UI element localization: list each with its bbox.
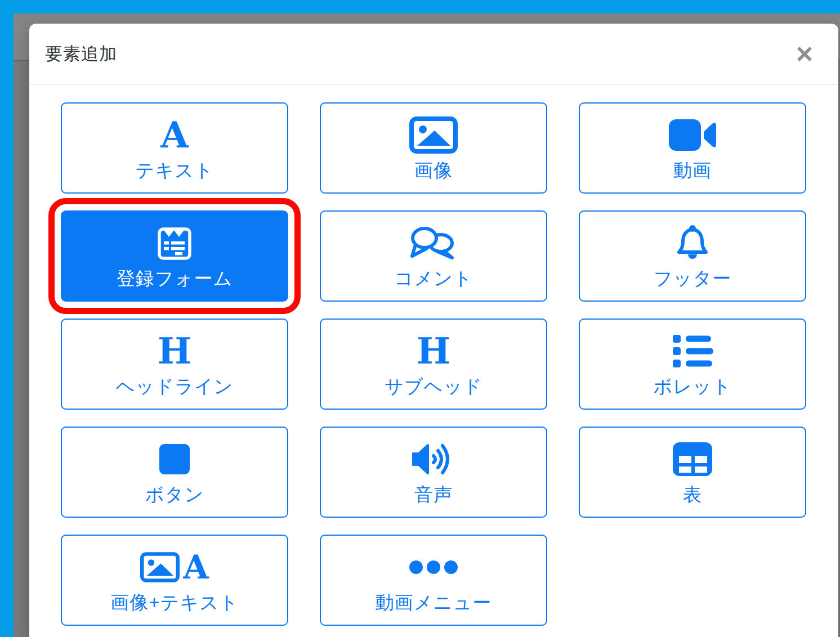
element-button-subhead[interactable]: H サブヘッド	[320, 318, 547, 410]
element-button-label: テキスト	[135, 161, 213, 180]
three-dots-icon	[409, 549, 458, 586]
element-button-label: フッター	[654, 269, 731, 288]
element-grid: A テキスト 画像	[29, 85, 838, 626]
element-button-image[interactable]: 画像	[320, 102, 547, 194]
element-button-label: 画像	[414, 161, 453, 180]
add-element-modal: 要素追加 A テキスト	[29, 24, 838, 637]
element-button-label: 動画メニュー	[376, 593, 492, 612]
modal-title: 要素追加	[45, 42, 117, 66]
speaker-icon	[410, 441, 457, 478]
dimmed-page-backdrop: 要素追加 A テキスト	[14, 14, 840, 637]
modal-header: 要素追加	[29, 24, 838, 85]
element-button-comment[interactable]: コメント	[320, 210, 547, 302]
element-button-form[interactable]: 登録フォーム	[61, 210, 288, 302]
image-plus-text-icon: A	[140, 549, 208, 586]
element-button-label: 登録フォーム	[117, 269, 233, 288]
element-button-label: 画像+テキスト	[110, 593, 238, 612]
image-icon	[409, 116, 458, 154]
element-button-image-text[interactable]: A 画像+テキスト	[61, 535, 288, 626]
element-button-bullet[interactable]: ボレット	[579, 318, 806, 410]
element-button-label: ヘッドライン	[116, 377, 234, 396]
table-icon	[672, 441, 713, 478]
annotated-screenshot-frame: 要素追加 A テキスト	[0, 0, 840, 637]
element-button-label: 音声	[414, 485, 453, 504]
element-button-footer[interactable]: フッター	[579, 210, 806, 302]
bullet-list-icon	[672, 333, 713, 370]
square-icon	[159, 441, 190, 478]
element-button-label: 表	[683, 485, 702, 504]
element-button-label: コメント	[394, 269, 472, 288]
element-button-table[interactable]: 表	[579, 427, 806, 518]
form-icon	[156, 225, 193, 262]
element-button-audio[interactable]: 音声	[320, 427, 547, 518]
element-button-label: サブヘッド	[385, 377, 482, 396]
letter-a-icon: A	[160, 116, 189, 154]
element-button-video[interactable]: 動画	[579, 102, 806, 194]
speech-bubbles-icon	[408, 225, 459, 262]
element-button-label: ボレット	[653, 377, 731, 396]
letter-h-icon: H	[158, 333, 191, 370]
element-button-headline[interactable]: H ヘッドライン	[61, 318, 288, 410]
element-button-label: 動画	[673, 161, 712, 180]
video-camera-icon	[668, 116, 717, 154]
element-button-text[interactable]: A テキスト	[61, 102, 288, 194]
element-button-button[interactable]: ボタン	[61, 427, 288, 518]
element-button-label: ボタン	[145, 485, 204, 504]
element-button-video-menu[interactable]: 動画メニュー	[320, 535, 547, 626]
bell-icon	[675, 225, 710, 262]
close-icon	[796, 56, 814, 65]
letter-a-icon: A	[183, 551, 208, 584]
letter-h-icon: H	[417, 333, 450, 370]
close-button[interactable]	[793, 43, 816, 65]
